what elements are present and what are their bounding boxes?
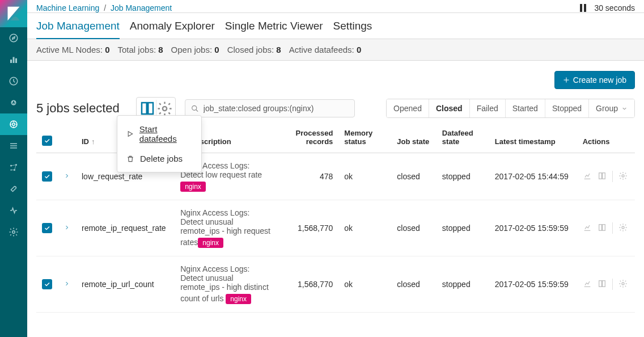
group-badge: nginx (198, 238, 223, 248)
svg-rect-26 (602, 280, 605, 287)
gear-icon[interactable] (618, 279, 628, 290)
svg-point-24 (622, 226, 624, 229)
row-checkbox[interactable] (42, 223, 52, 233)
svg-rect-2 (13, 57, 15, 64)
cell-datafeed-state: stopped (437, 153, 489, 200)
expand-row-icon[interactable] (63, 280, 70, 289)
filter-group-dropdown[interactable]: Group (589, 99, 634, 117)
svg-point-8 (12, 123, 15, 126)
group-badge: nginx (180, 182, 206, 192)
nav-timelion[interactable] (0, 70, 27, 92)
stat-active-datafeeds: 0 (357, 45, 361, 54)
col-job-state[interactable]: Job state (391, 124, 437, 153)
svg-rect-15 (142, 103, 147, 114)
nav-visualize[interactable] (0, 49, 27, 70)
topbar: Machine Learning / Job Management 30 sec… (27, 0, 644, 13)
breadcrumb: Machine Learning / Job Management (36, 3, 172, 12)
select-all-checkbox[interactable] (42, 136, 52, 146)
tab-job-management[interactable]: Job Management (36, 16, 120, 39)
search-box[interactable] (185, 99, 355, 117)
cell-memory: ok (338, 200, 391, 256)
filter-opened[interactable]: Opened (387, 99, 429, 117)
panel-icon[interactable] (598, 223, 607, 234)
stat-open-jobs-label: Open jobs: (171, 45, 213, 54)
col-processed[interactable]: Processed records (280, 124, 338, 153)
cell-processed: 1,568,770 (280, 256, 338, 313)
svg-rect-16 (148, 103, 153, 114)
global-sidenav (0, 0, 27, 337)
group-badge: nginx (226, 294, 251, 304)
tab-settings[interactable]: Settings (333, 16, 372, 39)
chart-icon[interactable] (583, 223, 592, 234)
row-actions (583, 171, 629, 182)
nav-devtools[interactable] (0, 178, 27, 200)
action-divider (612, 222, 613, 234)
stat-active-nodes-label: Active ML Nodes: (36, 45, 103, 54)
filter-stopped[interactable]: Stopped (545, 99, 589, 117)
col-actions: Actions (577, 124, 635, 153)
cell-description: Nginx Access Logs: Detect unusual remote… (175, 256, 280, 313)
expand-row-icon[interactable] (63, 172, 70, 181)
cell-datafeed-state: stopped (437, 200, 489, 256)
nav-infrastructure[interactable] (0, 135, 27, 157)
svg-point-0 (10, 34, 18, 42)
search-icon (191, 104, 199, 113)
svg-rect-23 (602, 224, 605, 230)
filter-failed[interactable]: Failed (470, 99, 506, 117)
nav-monitoring[interactable] (0, 200, 27, 221)
nav-management[interactable] (0, 221, 27, 243)
popover-delete-label: Delete jobs (140, 154, 183, 163)
chart-icon[interactable] (583, 279, 592, 290)
search-input[interactable] (204, 104, 349, 113)
tab-anomaly-explorer[interactable]: Anomaly Explorer (130, 16, 215, 39)
popover-delete-jobs[interactable]: Delete jobs (117, 149, 201, 168)
col-datafeed-state[interactable]: Datafeed state (437, 124, 489, 153)
row-checkbox[interactable] (42, 171, 52, 182)
cell-job-state: closed (391, 256, 437, 313)
nav-canvas[interactable] (0, 92, 27, 113)
stat-open-jobs: 0 (214, 45, 219, 54)
refresh-interval[interactable]: 30 seconds (594, 3, 635, 12)
filter-started[interactable]: Started (506, 99, 545, 117)
gear-icon[interactable] (618, 171, 628, 182)
panel-icon[interactable] (598, 279, 607, 290)
create-new-job-button[interactable]: Create new job (554, 71, 635, 89)
refresh-button[interactable] (139, 100, 156, 117)
popover-start-datafeeds[interactable]: Start datafeeds (117, 119, 201, 149)
nav-discover[interactable] (0, 27, 27, 49)
filter-closed[interactable]: Closed (429, 99, 470, 117)
gear-icon[interactable] (618, 223, 628, 234)
row-checkbox[interactable] (42, 279, 52, 289)
breadcrumb-section[interactable]: Machine Learning (36, 3, 99, 12)
chart-icon[interactable] (583, 171, 592, 182)
breadcrumb-sep: / (104, 3, 106, 12)
svg-rect-22 (599, 224, 601, 230)
panel-icon[interactable] (598, 171, 607, 182)
gear-button[interactable] (156, 100, 173, 117)
svg-rect-20 (602, 172, 605, 179)
cell-latest: 2017-02-05 15:44:59 (489, 153, 577, 200)
col-latest[interactable]: Latest timestamp (489, 124, 577, 153)
pause-icon[interactable] (580, 4, 586, 12)
kibana-logo[interactable] (0, 0, 27, 27)
play-icon (126, 130, 134, 138)
stat-closed-jobs: 8 (276, 45, 281, 54)
cell-description: Nginx Access Logs: Detect unusual remote… (175, 200, 280, 256)
cell-processed: 1,568,770 (280, 200, 338, 256)
create-new-job-label: Create new job (573, 75, 626, 85)
filter-group: Opened Closed Failed Started Stopped Gro… (386, 99, 635, 118)
tab-single-metric-viewer[interactable]: Single Metric Viewer (225, 16, 323, 39)
svg-point-14 (12, 231, 15, 234)
breadcrumb-page[interactable]: Job Management (111, 3, 172, 12)
svg-point-17 (163, 106, 167, 110)
cell-job-state: closed (391, 200, 437, 256)
nav-graph[interactable] (0, 157, 27, 178)
chevron-down-icon (621, 106, 628, 112)
expand-row-icon[interactable] (63, 224, 70, 233)
col-memory[interactable]: Memory status (338, 124, 391, 153)
selected-count: 5 jobs selected (36, 101, 127, 116)
sort-asc-icon: ↑ (91, 137, 95, 146)
stat-active-datafeeds-label: Active datafeeds: (289, 45, 354, 54)
nav-ml[interactable] (0, 113, 27, 135)
cell-datafeed-state: stopped (437, 256, 489, 313)
